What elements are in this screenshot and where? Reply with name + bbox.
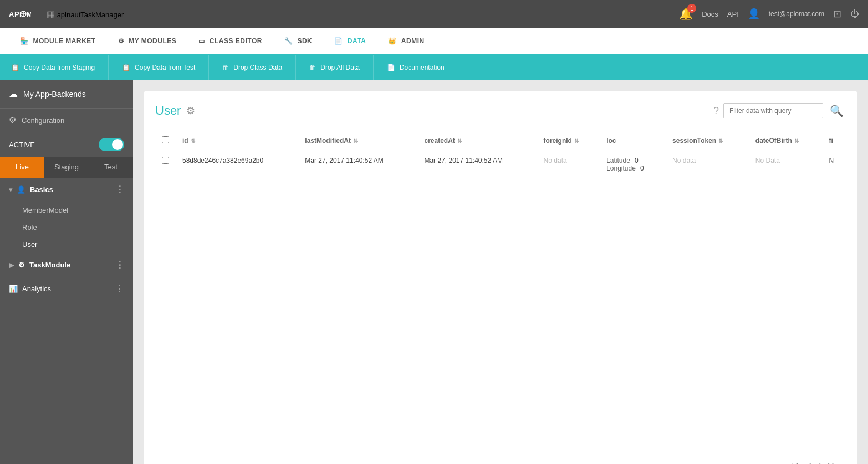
sessiontoken-sort-icon[interactable]: ⇅: [718, 138, 723, 144]
th-loc: loc: [600, 131, 666, 151]
admin-icon: 👑: [388, 37, 397, 45]
documentation-btn[interactable]: 📄 Documentation: [374, 55, 458, 80]
sidebar-item-membermodel[interactable]: MemberModel: [0, 202, 133, 219]
dateofbirth-sort-icon[interactable]: ⇅: [794, 138, 799, 144]
config-icon: ⚙: [9, 115, 16, 125]
header-actions: 🔔 1 Docs API 👤 test@apiomat.com ⊡ ⏻: [679, 7, 859, 20]
card-title-area: User ⚙: [155, 104, 195, 118]
taskmodule-section-header[interactable]: ▶ ⚙ TaskModule ⋮: [0, 253, 133, 277]
search-button[interactable]: 🔍: [828, 102, 846, 120]
my-app-backends-btn[interactable]: ☁ My App-Backends: [0, 80, 133, 109]
sidebar-item-user[interactable]: User: [0, 236, 133, 253]
nav-sdk[interactable]: 🔧 SDK: [273, 28, 323, 55]
window-icon[interactable]: ⊡: [833, 8, 841, 20]
basics-options-icon[interactable]: ⋮: [115, 184, 124, 195]
drop-all-icon: 🗑: [309, 64, 316, 71]
drop-all-btn[interactable]: 🗑 Drop All Data: [296, 55, 374, 80]
sidebar-item-role[interactable]: Role: [0, 219, 133, 236]
copy-test-icon: 📋: [122, 64, 130, 71]
main-nav: 🏪 MODULE MARKET ⚙ MY MODULES ▭ CLASS EDI…: [0, 28, 868, 55]
top-header: API MAT ▦ apinautTaskManager 🔔 1 Docs AP…: [0, 0, 868, 28]
sidebar-section-basics: ▾ 👤 Basics ⋮ MemberModel Role User: [0, 178, 133, 253]
filter-input[interactable]: [723, 103, 823, 118]
th-createdat: createdAt ⇅: [417, 131, 537, 151]
th-id: id ⇅: [176, 131, 298, 151]
data-table: id ⇅ lastModifiedAt ⇅ cr: [155, 131, 846, 178]
active-label: ACTIVE: [9, 141, 35, 149]
analytics-icon: 📊: [9, 285, 18, 293]
copy-staging-icon: 📋: [11, 64, 19, 71]
th-checkbox: [155, 131, 176, 151]
env-tab-staging[interactable]: Staging: [44, 157, 89, 178]
env-tab-live[interactable]: Live: [0, 157, 44, 178]
support-icon[interactable]: ⏻: [850, 9, 859, 19]
logo[interactable]: API MAT: [9, 5, 33, 23]
th-sessiontoken: sessionToken ⇅: [666, 131, 749, 151]
analytics-options-icon[interactable]: ⋮: [115, 283, 124, 294]
my-modules-icon: ⚙: [118, 37, 125, 45]
toggle-knob: [112, 139, 123, 150]
drop-class-btn[interactable]: 🗑 Drop Class Data: [209, 55, 296, 80]
env-tabs: Live Staging Test: [0, 157, 133, 178]
documentation-icon: 📄: [387, 64, 395, 71]
configuration-btn[interactable]: ⚙ Configuration: [0, 109, 133, 132]
card-header: User ⚙ ? 🔍: [155, 102, 846, 120]
sidebar-analytics[interactable]: 📊 Analytics ⋮: [0, 277, 133, 301]
sidebar-section-taskmodule: ▶ ⚙ TaskModule ⋮: [0, 253, 133, 277]
help-icon[interactable]: ?: [713, 105, 719, 117]
row-fi-cell: N: [822, 151, 846, 178]
sidebar: ☁ My App-Backends ⚙ Configuration ACTIVE…: [0, 80, 133, 464]
copy-from-staging-btn[interactable]: 📋 Copy Data from Staging: [11, 55, 109, 80]
svg-text:API: API: [9, 10, 22, 18]
docs-link[interactable]: Docs: [702, 10, 718, 18]
basics-section-header[interactable]: ▾ 👤 Basics ⋮: [0, 178, 133, 202]
taskmodule-chevron-icon: ▶: [9, 261, 14, 269]
class-editor-icon: ▭: [198, 37, 205, 45]
taskmodule-options-icon[interactable]: ⋮: [115, 260, 124, 270]
page-title: User: [155, 104, 181, 118]
sub-nav: 📋 Copy Data from Staging 📋 Copy Data fro…: [0, 55, 868, 80]
copy-from-test-btn[interactable]: 📋 Copy Data from Test: [109, 55, 209, 80]
th-dateofbirth: dateOfBirth ⇅: [749, 131, 823, 151]
createdat-sort-icon[interactable]: ⇅: [457, 138, 462, 144]
select-all-checkbox[interactable]: [162, 136, 169, 143]
sdk-icon: 🔧: [284, 37, 293, 45]
module-market-icon: 🏪: [20, 37, 29, 45]
taskmodule-icon: ⚙: [18, 261, 25, 269]
active-toggle-switch[interactable]: [99, 138, 124, 151]
user-email: test@apiomat.com: [769, 10, 824, 18]
nav-class-editor[interactable]: ▭ CLASS EDITOR: [187, 28, 273, 55]
table-body: 58d8de246c7a382e69a2b0 Mar 27, 2017 11:4…: [155, 151, 846, 178]
notification-bell[interactable]: 🔔 1: [679, 7, 693, 20]
content-card: User ⚙ ? 🔍: [144, 91, 857, 464]
row-createdat-cell: Mar 27, 2017 11:40:52 AM: [417, 151, 537, 178]
table-row: 58d8de246c7a382e69a2b0 Mar 27, 2017 11:4…: [155, 151, 846, 178]
th-lastmodifiedat: lastModifiedAt ⇅: [298, 131, 417, 151]
active-toggle-row: ACTIVE: [0, 132, 133, 157]
row-foreignid-cell: No data: [537, 151, 600, 178]
app-name: ▦ apinautTaskManager: [47, 9, 124, 19]
svg-text:MAT: MAT: [27, 10, 32, 18]
row-sessiontoken-cell: No data: [666, 151, 749, 178]
nav-data[interactable]: 📄 DATA: [323, 28, 377, 55]
row-checkbox-cell: [155, 151, 176, 178]
lastmodifiedat-sort-icon[interactable]: ⇅: [353, 138, 358, 144]
env-tab-test[interactable]: Test: [89, 157, 133, 178]
row-id-cell: 58d8de246c7a382e69a2b0: [176, 151, 298, 178]
th-fi: fi: [822, 131, 846, 151]
nav-admin[interactable]: 👑 ADMIN: [377, 28, 435, 55]
row-checkbox[interactable]: [162, 157, 169, 164]
main-content: User ⚙ ? 🔍: [133, 80, 868, 464]
api-link[interactable]: API: [727, 10, 739, 18]
nav-my-modules[interactable]: ⚙ MY MODULES: [107, 28, 188, 55]
filter-area: ? 🔍: [713, 102, 846, 120]
id-sort-icon[interactable]: ⇅: [191, 138, 195, 144]
basics-person-icon: 👤: [17, 185, 25, 194]
class-settings-icon[interactable]: ⚙: [186, 105, 195, 117]
row-loc-cell: Latitude 0 Longitude 0: [600, 151, 666, 178]
th-foreignid: foreignId ⇅: [537, 131, 600, 151]
foreignid-sort-icon[interactable]: ⇅: [574, 138, 579, 144]
data-icon: 📄: [334, 37, 343, 45]
basics-chevron-icon: ▾: [9, 186, 12, 194]
nav-module-market[interactable]: 🏪 MODULE MARKET: [9, 28, 107, 55]
